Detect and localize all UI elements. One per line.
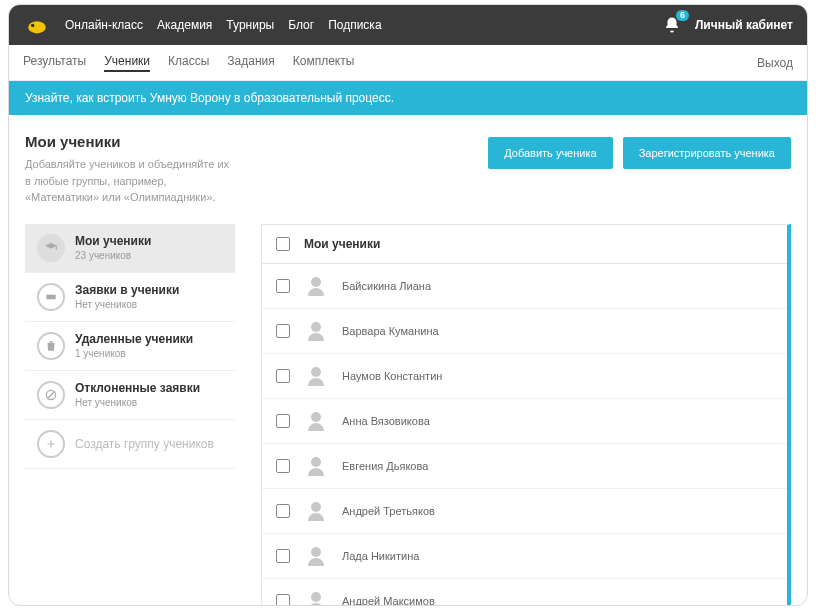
tab-ученики[interactable]: Ученики — [104, 54, 150, 72]
subnav: РезультатыУченикиКлассыЗаданияКомплекты … — [9, 45, 807, 81]
student-name: Андрей Максимов — [342, 595, 435, 607]
topnav-item[interactable]: Подписка — [328, 18, 381, 32]
groups-sidebar: Мои ученики23 учениковЗаявки в ученикиНе… — [25, 224, 235, 469]
topnav-item[interactable]: Блог — [288, 18, 314, 32]
svg-point-10 — [311, 502, 321, 512]
notification-badge: 6 — [676, 10, 689, 21]
sidebar-item-title: Мои ученики — [75, 234, 151, 248]
student-name: Байсикина Лиана — [342, 280, 431, 292]
sidebar-item-sub: 1 учеников — [75, 348, 193, 359]
tab-результаты[interactable]: Результаты — [23, 54, 86, 72]
student-checkbox[interactable] — [276, 279, 290, 293]
student-checkbox[interactable] — [276, 549, 290, 563]
sidebar-item-title: Отклоненные заявки — [75, 381, 200, 395]
students-panel: Мои ученики Байсикина ЛианаВарвара Куман… — [261, 224, 791, 607]
student-row[interactable]: Евгения Дьякова — [262, 444, 787, 489]
topnav-item[interactable]: Онлайн-класс — [65, 18, 143, 32]
avatar-icon — [304, 319, 328, 343]
svg-point-1 — [31, 23, 35, 27]
avatar-icon — [304, 454, 328, 478]
student-row[interactable]: Варвара Куманина — [262, 309, 787, 354]
student-row[interactable]: Анна Вязовикова — [262, 399, 787, 444]
svg-point-12 — [311, 592, 321, 602]
info-banner[interactable]: Узнайте, как встроить Умную Ворону в обр… — [9, 81, 807, 115]
avatar-icon — [304, 589, 328, 607]
account-link[interactable]: Личный кабинет — [695, 18, 793, 32]
topbar: Онлайн-класс Академия Турниры Блог Подпи… — [9, 5, 807, 45]
student-checkbox[interactable] — [276, 594, 290, 607]
panel-title: Мои ученики — [304, 237, 380, 251]
create-group-button[interactable]: Создать группу учеников — [25, 420, 235, 469]
student-row[interactable]: Андрей Максимов — [262, 579, 787, 607]
students-icon — [37, 234, 65, 262]
topnav-links: Онлайн-класс Академия Турниры Блог Подпи… — [65, 18, 661, 32]
student-name: Евгения Дьякова — [342, 460, 428, 472]
student-name: Варвара Куманина — [342, 325, 439, 337]
svg-line-4 — [48, 391, 55, 398]
sidebar-item-sub: Нет учеников — [75, 299, 179, 310]
student-name: Андрей Третьяков — [342, 505, 435, 517]
register-student-button[interactable]: Зарегистрировать ученика — [623, 137, 791, 169]
sidebar-item-requests[interactable]: Заявки в ученикиНет учеников — [25, 273, 235, 322]
notification-bell[interactable]: 6 — [661, 14, 683, 36]
student-name: Лада Никитина — [342, 550, 419, 562]
student-row[interactable]: Байсикина Лиана — [262, 264, 787, 309]
sidebar-item-sub: 23 учеников — [75, 250, 151, 261]
student-name: Анна Вязовикова — [342, 415, 430, 427]
sidebar-item-students[interactable]: Мои ученики23 учеников — [25, 224, 235, 273]
tab-классы[interactable]: Классы — [168, 54, 209, 72]
student-checkbox[interactable] — [276, 324, 290, 338]
sidebar-item-sub: Нет учеников — [75, 397, 200, 408]
plus-icon — [37, 430, 65, 458]
svg-point-6 — [311, 322, 321, 332]
create-group-label: Создать группу учеников — [75, 437, 214, 451]
sidebar-item-rejected[interactable]: Отклоненные заявкиНет учеников — [25, 371, 235, 420]
topnav-item[interactable]: Турниры — [226, 18, 274, 32]
panel-header: Мои ученики — [262, 225, 787, 264]
topnav-item[interactable]: Академия — [157, 18, 212, 32]
deleted-icon — [37, 332, 65, 360]
sidebar-item-title: Заявки в ученики — [75, 283, 179, 297]
page-title: Мои ученики — [25, 133, 468, 150]
svg-point-5 — [311, 277, 321, 287]
svg-point-11 — [311, 547, 321, 557]
svg-point-7 — [311, 367, 321, 377]
svg-point-8 — [311, 412, 321, 422]
student-row[interactable]: Наумов Константин — [262, 354, 787, 399]
student-row[interactable]: Лада Никитина — [262, 534, 787, 579]
svg-point-0 — [28, 21, 46, 33]
svg-point-9 — [311, 457, 321, 467]
svg-rect-2 — [46, 294, 55, 299]
student-name: Наумов Константин — [342, 370, 442, 382]
student-row[interactable]: Андрей Третьяков — [262, 489, 787, 534]
select-all-checkbox[interactable] — [276, 237, 290, 251]
avatar-icon — [304, 364, 328, 388]
student-checkbox[interactable] — [276, 414, 290, 428]
avatar-icon — [304, 499, 328, 523]
requests-icon — [37, 283, 65, 311]
student-checkbox[interactable] — [276, 504, 290, 518]
tab-комплекты[interactable]: Комплекты — [293, 54, 355, 72]
student-checkbox[interactable] — [276, 459, 290, 473]
tab-задания[interactable]: Задания — [227, 54, 274, 72]
avatar-icon — [304, 409, 328, 433]
avatar-icon — [304, 274, 328, 298]
sidebar-item-deleted[interactable]: Удаленные ученики1 учеников — [25, 322, 235, 371]
logo-icon[interactable] — [23, 14, 51, 36]
student-checkbox[interactable] — [276, 369, 290, 383]
avatar-icon — [304, 544, 328, 568]
page-subtitle: Добавляйте учеников и объединяйте их в л… — [25, 156, 275, 206]
sidebar-item-title: Удаленные ученики — [75, 332, 193, 346]
rejected-icon — [37, 381, 65, 409]
add-student-button[interactable]: Добавить ученика — [488, 137, 612, 169]
logout-link[interactable]: Выход — [757, 56, 793, 70]
